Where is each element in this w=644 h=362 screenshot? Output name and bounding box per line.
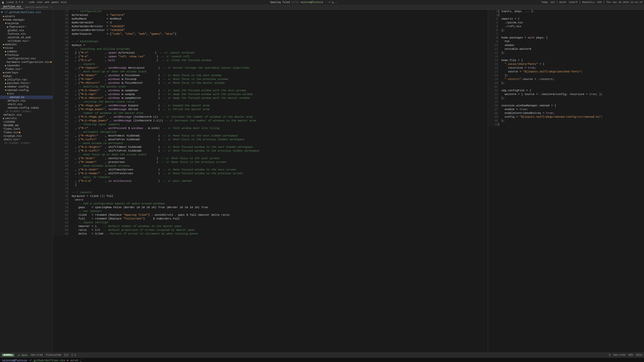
sidebar-item-shell-nix[interactable]: shell.nix — [0, 103, 53, 106]
table-row: 27 -- / Configuration — [53, 10, 488, 13]
sidebar-item-sajenimssk[interactable]: sajenim_sk.pub — [0, 36, 53, 39]
sidebar-item-readme[interactable]: README.md — [0, 124, 53, 127]
sidebar-item-xmonadhs[interactable]: xmonad.hs — [0, 96, 53, 99]
close-tab-icon[interactable]: ✕ — [50, 6, 52, 9]
line-code: myLayout = tiled ||| full — [68, 194, 488, 198]
sidebar-item-secrets[interactable]: ▶ secrets — [0, 117, 53, 120]
sidebar-item-features[interactable]: ▶ features E ? — [0, 25, 53, 29]
line-number: 18 — [488, 74, 498, 77]
line-number: 76 — [53, 194, 68, 198]
tab-dotfiles[interactable]: dotfiles.nix — [1, 6, 23, 9]
line-code: nmaster = 1 -- Default number of windows… — [68, 224, 488, 228]
sidebar-item-hwconfig[interactable]: hardware-configuration.nix — [0, 60, 53, 64]
sidebar-item-modules[interactable]: ▶ modules — [0, 43, 53, 46]
topbar-games[interactable]: games — [51, 1, 59, 4]
sidebar-item-fuchsia[interactable]: fuchsia.nix — [0, 32, 53, 36]
window-title: Spacing Tiled [1/2] sajenim@fuchsia : ~/… — [69, 1, 539, 4]
sidebar-item-flakelock[interactable]: flake.lock — [0, 127, 53, 131]
sidebar-item-homemanager[interactable]: ▼ home-manager — [0, 18, 53, 22]
sidebar-item-overlays[interactable]: ▶ overlays — [0, 71, 53, 74]
sidebar-item-nixpkgs[interactable]: nixpkgs.nix — [0, 134, 53, 138]
sidebar-item-assets[interactable]: ▶ assets — [0, 15, 53, 18]
code-pane-right[interactable]: 1{ inputs, pkgs, ... }:2{3 imports = [4 … — [488, 10, 644, 352]
line-code: }; — [498, 119, 644, 123]
sidebar-item-flake-nixos[interactable]: flake.nix ? — [0, 67, 53, 71]
sidebar-item-cabal[interactable]: xmonad-config.cabal — [0, 106, 53, 110]
sidebar-item-sajenim[interactable]: ▼ sajenim — [0, 22, 53, 25]
line-number: 54 — [53, 111, 68, 115]
tux-icon: 🐧 — [2, 1, 5, 4]
line-number: 36 — [53, 43, 68, 47]
sidebar-item-fuchsia-dir[interactable]: ▼ fuchsia — [0, 53, 53, 57]
line-number: 71 — [53, 175, 68, 179]
line-number: 86 — [53, 232, 68, 236]
sidebar-item-common[interactable]: ▶ common — [0, 50, 53, 53]
sidebar-item-label: fuchsia — [7, 54, 19, 57]
table-row: 36 myKeys = — [53, 43, 488, 47]
sidebar-item-xmobar[interactable]: ▶ xmobar-config — [0, 85, 53, 88]
sidebar-item-viridian[interactable]: viridian.nix ? — [0, 39, 53, 43]
table-row: 25 — [488, 100, 644, 104]
sidebar-item-label: pkgs — [5, 75, 12, 78]
sidebar-item-root-shell[interactable]: shell.nix ? — [0, 138, 53, 141]
table-row: 12 ]; — [488, 51, 644, 55]
sidebar-item-nixos[interactable]: ▼ nixos — [0, 46, 53, 50]
sidebar-item-default-nix[interactable]: default.nix — [0, 99, 53, 103]
sysinfo: Temp: 22C | Wind: 11km/h | Humidity: 64%… — [541, 1, 642, 4]
line-code: }; — [498, 81, 644, 85]
topbar-chat[interactable]: chat — [37, 1, 43, 4]
line-number: 31 — [53, 25, 68, 28]
topbar-web[interactable]: web — [45, 1, 49, 4]
sidebar-item-src[interactable]: ▼ src — [0, 92, 53, 96]
table-row: 86 delta = 3/100 -- Percent of screen to… — [53, 232, 488, 236]
code-pane-left[interactable]: 27 -- / Configuration28 myTerminal = "we… — [53, 10, 488, 352]
hidden-label-2: (5 hidden items) — [4, 142, 31, 145]
sidebar-item-patched-fonts[interactable]: ▶ patched-fonts ? — [0, 81, 53, 85]
line-number: 31 — [488, 123, 498, 126]
sidebar-item-pkgs[interactable]: ▼ pkgs — [0, 74, 53, 78]
sidebar-item-label: home-manager — [5, 18, 25, 21]
table-row: 55 , ("M-S-<Page_Up>" , sendMessage (Inc… — [53, 115, 488, 119]
line-number: 16 — [488, 66, 498, 70]
tab-dactyl[interactable]: dactyl-manuform ✕ — [23, 6, 54, 9]
sidebar-item-label: modules — [5, 43, 17, 46]
line-code: ratio = 1/2 -- Default proportion of scr… — [68, 228, 488, 232]
table-row: 31 myNormalBorderColor = "#282828" — [53, 25, 488, 28]
sidebar-item-xmonad[interactable]: ▼ xmonad-config — [0, 88, 53, 92]
sidebar-root[interactable]: ▼ ~/.github/dotfiles.nix — [0, 10, 53, 15]
main-layout: ▼ ~/.github/dotfiles.nix ▶ assets ▼ home… — [0, 10, 644, 352]
sidebar-item-license[interactable]: LICENSE — [0, 120, 53, 124]
table-row: 8 home.packages = with pkgs; [ — [488, 36, 644, 40]
sidebar-item-label: secrets — [5, 117, 17, 120]
table-row: 13 — [488, 55, 644, 59]
sidebar-item-root-default[interactable]: default.nix — [0, 113, 53, 117]
topbar-misc[interactable]: misc — [61, 1, 67, 4]
line-code: ]; — [498, 51, 644, 55]
line-code: , ("M-S-q" , io exitSuccess ) -- s! quit… — [68, 179, 488, 183]
sidebar-item-jellyfin[interactable]: ▶ jellyfin-rpc — [0, 78, 53, 81]
table-row: 7 — [488, 32, 644, 36]
code-table-right: 1{ inputs, pkgs, ... }:2{3 imports = [4 … — [488, 10, 644, 126]
dir-icon: ▶ — [7, 25, 9, 28]
sidebar-item-configuration[interactable]: configuration.nix — [0, 57, 53, 60]
line-number: 62 — [53, 142, 68, 145]
os-label: Linux 6.7.0 — [7, 1, 23, 4]
line-number: 29 — [488, 115, 498, 119]
line-number: 25 — [488, 100, 498, 104]
line-code: delta = 3/100 -- Percent of screen to in… — [68, 232, 488, 236]
line-code: wezterm = { source = ./wezterm/config; r… — [498, 93, 644, 96]
sidebar-item-global[interactable]: global.nix — [0, 29, 53, 32]
line-number: 78 — [53, 202, 68, 206]
table-row: 4 ./picom.nix — [488, 21, 644, 25]
line-number: 1 — [488, 10, 498, 13]
line-number: 64 — [53, 149, 68, 153]
total-label: 2514 — [636, 354, 642, 356]
terminal[interactable]: sajenim@fuchsia ~/.github/dotfiles.nix ❤… — [0, 357, 644, 362]
sidebar-item-lavender[interactable]: ▶ lavender — [0, 64, 53, 67]
sidebar-item-root-flake[interactable]: flake.nix — [0, 131, 53, 134]
terminal-user-host: sajenim@fuchsia — [2, 359, 27, 362]
line-code: , ("M-S-<Page_Down>" , sendMessage (IncM… — [68, 119, 488, 123]
line-code: -- modifying the window order — [68, 85, 488, 89]
hidden-label: (8 hidden items) — [5, 110, 32, 113]
table-row: 65 -- move focus up or down the screen s… — [53, 153, 488, 157]
